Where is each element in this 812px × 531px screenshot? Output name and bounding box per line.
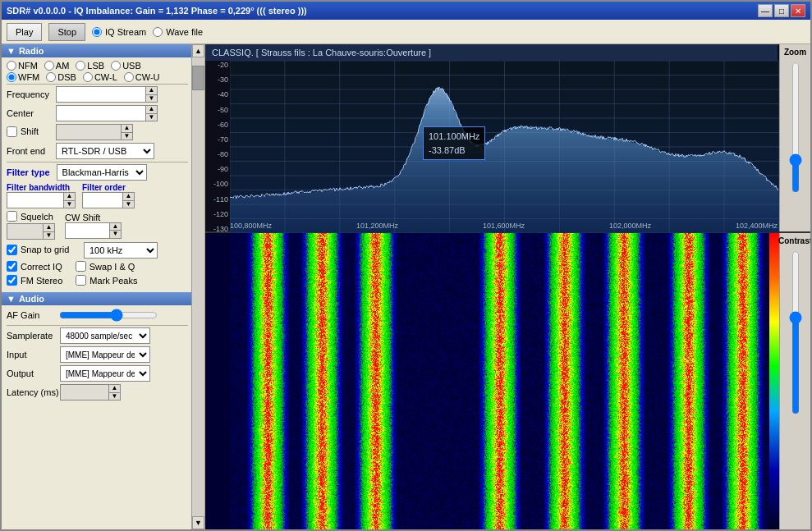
cw-shift-spin[interactable]: 600 ▲ ▼ <box>65 222 122 239</box>
filter-order-spin[interactable]: 400 ▲ ▼ <box>82 192 135 208</box>
squelch-row: Squelch 50 ▲ ▼ CW Shift <box>7 211 188 240</box>
latency-down[interactable]: ▼ <box>109 393 120 401</box>
filter-type-row: Filter type Blackman-Harris <box>7 164 188 181</box>
shift-label: Shift <box>21 126 39 136</box>
latency-spin-buttons[interactable]: ▲ ▼ <box>109 384 121 401</box>
latency-label: Latency (ms) <box>7 387 60 397</box>
snap-to-grid-label[interactable]: Snap to grid <box>7 245 80 255</box>
correct-iq-row: Correct IQ Swap I & Q <box>7 261 188 273</box>
cw-shift-input[interactable]: 600 <box>65 222 110 239</box>
waterfall-area: Contrast <box>205 233 810 529</box>
latency-input[interactable]: 100 <box>60 384 109 401</box>
correct-iq-label[interactable]: Correct IQ <box>7 261 62 272</box>
nfm-option[interactable]: NFM <box>7 61 38 71</box>
frequency-down[interactable]: ▼ <box>146 95 157 103</box>
wave-file-option[interactable]: Wave file <box>153 27 203 37</box>
snap-to-grid-checkbox[interactable] <box>7 245 17 255</box>
am-option[interactable]: AM <box>44 61 70 71</box>
scroll-up-btn[interactable]: ▲ <box>192 44 204 57</box>
wfm-option[interactable]: WFM <box>7 72 39 82</box>
audio-section-content: AF Gain Samplerate 48000 sample/sec Inpu… <box>2 305 204 406</box>
maximize-button[interactable]: □ <box>774 4 789 17</box>
close-button[interactable]: ✕ <box>791 4 805 17</box>
latency-row: Latency (ms) 100 ▲ ▼ <box>7 384 188 401</box>
x-label-4: 102,000MHz <box>609 222 651 230</box>
step-size-select[interactable]: 100 kHz <box>84 242 158 259</box>
radio-section-header[interactable]: ▼ Radio <box>2 44 204 57</box>
zoom-slider[interactable] <box>789 62 802 193</box>
squelch-input[interactable]: 50 <box>7 223 44 240</box>
center-spin-buttons[interactable]: ▲ ▼ <box>146 105 158 121</box>
audio-section-header[interactable]: ▼ Audio <box>2 292 204 305</box>
af-gain-slider[interactable] <box>59 309 158 322</box>
filter-bw-row: Filter bandwidth 250000 ▲ ▼ Filter order <box>7 183 188 208</box>
step-size-row: Snap to grid 100 kHz <box>7 242 188 259</box>
filter-bw-spin[interactable]: 250000 ▲ ▼ <box>7 192 76 208</box>
zoom-panel: Zoom <box>779 44 810 231</box>
cwl-option[interactable]: CW-L <box>83 72 117 82</box>
filter-bw-down[interactable]: ▼ <box>64 201 75 208</box>
center-label: Center <box>7 108 56 118</box>
samplerate-select[interactable]: 48000 sample/sec <box>60 327 150 344</box>
snap-label: Snap to grid <box>21 245 69 254</box>
play-button[interactable]: Play <box>7 23 42 41</box>
radio-section-label: Radio <box>19 46 44 56</box>
squelch-spin[interactable]: 50 ▲ ▼ <box>7 223 55 240</box>
output-select[interactable]: [MME] Mappeur de son <box>60 365 150 382</box>
swap-iq-label[interactable]: Swap I & Q <box>76 261 135 272</box>
output-row: Output [MME] Mappeur de son <box>7 365 188 382</box>
filter-bw-spin-buttons[interactable]: ▲ ▼ <box>64 192 76 208</box>
frontend-row: Front end RTL-SDR / USB <box>7 143 188 159</box>
frequency-spin-buttons[interactable]: ▲ ▼ <box>146 86 158 103</box>
stop-button[interactable]: Stop <box>48 23 85 41</box>
shift-checkbox[interactable] <box>7 126 17 137</box>
shift-spin[interactable]: 0 ▲ ▼ <box>56 124 133 140</box>
filter-order-input[interactable]: 400 <box>82 192 123 208</box>
mark-peaks-checkbox[interactable] <box>76 275 86 286</box>
cw-shift-down[interactable]: ▼ <box>110 231 121 238</box>
filter-order-down[interactable]: ▼ <box>123 201 134 208</box>
contrast-slider[interactable] <box>789 250 802 414</box>
squelch-checkbox[interactable] <box>7 211 17 222</box>
shift-input[interactable]: 0 <box>56 124 122 140</box>
toolbar: Play Stop IQ Stream Wave file <box>2 20 810 44</box>
minimize-button[interactable]: — <box>758 4 773 17</box>
y-label-60: -60 <box>205 121 230 129</box>
latency-spin[interactable]: 100 ▲ ▼ <box>60 384 121 401</box>
dsb-option[interactable]: DSB <box>46 72 76 82</box>
filter-order-spin-buttons[interactable]: ▲ ▼ <box>123 192 135 208</box>
squelch-spin-buttons[interactable]: ▲ ▼ <box>44 223 55 240</box>
filter-bw-input[interactable]: 250000 <box>7 192 64 208</box>
correct-iq-checkbox[interactable] <box>7 261 17 272</box>
fm-stereo-checkbox[interactable] <box>7 275 17 286</box>
lsb-option[interactable]: LSB <box>76 61 104 71</box>
shift-spin-buttons[interactable]: ▲ ▼ <box>122 124 133 140</box>
squelch-down[interactable]: ▼ <box>44 232 54 240</box>
usb-option[interactable]: USB <box>111 61 141 71</box>
x-label-2: 101,200MHz <box>356 222 398 230</box>
shift-down[interactable]: ▼ <box>122 133 132 140</box>
shift-check-label[interactable]: Shift <box>7 126 56 137</box>
swap-iq-checkbox[interactable] <box>76 261 86 272</box>
frequency-input[interactable]: 101 100 000 <box>56 86 146 103</box>
scroll-down-btn[interactable]: ▼ <box>192 516 204 529</box>
cw-shift-spin-buttons[interactable]: ▲ ▼ <box>110 222 122 239</box>
spectrum-area: CLASSIQ. [ Strauss fils : La Chauve-sour… <box>205 44 810 233</box>
frequency-spin[interactable]: 101 100 000 ▲ ▼ <box>56 86 158 103</box>
left-scrollbar[interactable]: ▲ ▼ <box>191 44 204 529</box>
scroll-thumb[interactable] <box>192 66 204 90</box>
squelch-check-label[interactable]: Squelch <box>7 211 55 222</box>
window-title: SDR# v0.0.0.0 - IQ Imbalance: Gain = 1,1… <box>7 6 307 16</box>
mark-peaks-label[interactable]: Mark Peaks <box>76 275 137 286</box>
cwu-option[interactable]: CW-U <box>124 72 160 82</box>
fm-stereo-label[interactable]: FM Stereo <box>7 275 62 286</box>
filter-type-select[interactable]: Blackman-Harris <box>57 164 147 181</box>
center-down[interactable]: ▼ <box>146 114 157 121</box>
center-input[interactable]: 101 500 000 <box>56 105 146 121</box>
center-spin[interactable]: 101 500 000 ▲ ▼ <box>56 105 158 121</box>
input-select[interactable]: [MME] Mappeur de son <box>60 346 150 363</box>
frontend-select[interactable]: RTL-SDR / USB <box>56 143 154 159</box>
left-panel: ▼ Radio NFM AM LSB USB WFM DSB CW-L CW-U <box>2 44 205 529</box>
wave-file-label: Wave file <box>166 27 203 37</box>
iq-stream-option[interactable]: IQ Stream <box>92 27 146 37</box>
